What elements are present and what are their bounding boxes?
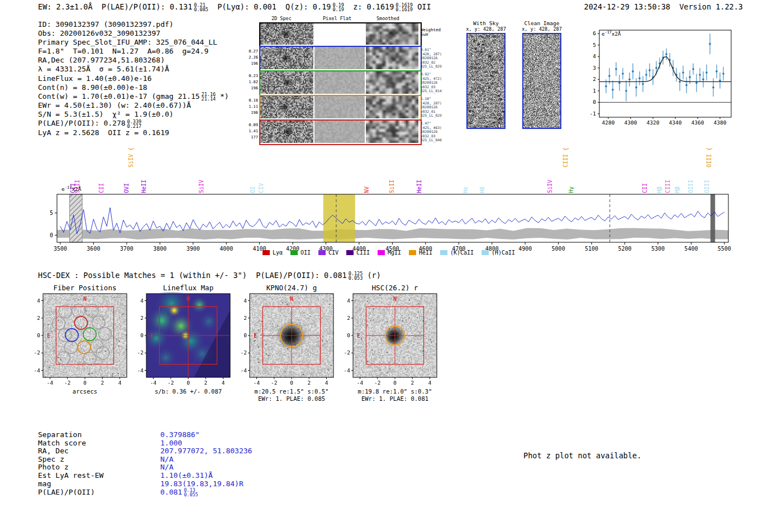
svg-text:4340: 4340 xyxy=(669,119,682,126)
smoothed-strip xyxy=(366,23,418,45)
fiber-id-annotation: 1.47"(425, 463)20200126v032_03325_LL_048 xyxy=(421,121,446,142)
detection-info-block: ID: 3090132397 (3090132397.pdf)Obs: 2020… xyxy=(38,20,229,137)
svg-text:HeII: HeII xyxy=(416,180,422,193)
cutout-panel-lineflux: Lineflux Maps/b: 0.36 +/- 0.087 xyxy=(131,284,235,415)
smoothed-strip xyxy=(366,71,418,94)
match-row-label: mag xyxy=(38,480,160,488)
line-fit-plot: -10123456428043004320434043604380e-17x2Å xyxy=(578,23,740,136)
summary-header: EW: 2.3±1.0Å P(LAE)/P(OII): 0.1310.210.0… xyxy=(38,2,431,12)
svg-text:CII: CII xyxy=(98,183,104,193)
svg-text:OII: OII xyxy=(301,250,311,256)
fiber-weight-values: 0.181.11196 xyxy=(246,98,258,116)
svg-text:5: 5 xyxy=(593,42,596,48)
with-sky-panel: With Sky x, y: 428, 287 xyxy=(464,20,508,129)
info-line: LyA z = 2.5628 OII z = 0.1619 xyxy=(38,128,229,137)
info-line: RA,Dec (207.977234,51.803268) xyxy=(38,56,229,65)
svg-text:3: 3 xyxy=(593,65,596,71)
with-sky-coords: x, y: 428, 287 xyxy=(464,26,508,32)
smoothed-col-title: Smoothed xyxy=(376,16,399,21)
cutout-sublabel-1: m:19.8 re:1.0" s:0.3" xyxy=(338,388,441,395)
info-line: S/N = 5.3(±1.5) χ² = 1.9(±0.0) xyxy=(38,110,229,119)
pixelflat-strip xyxy=(314,47,365,69)
fiber-id-annotation: 0.61"(428, 287)20200126v032_02325_LL_029 xyxy=(421,47,446,69)
svg-text:2: 2 xyxy=(593,76,596,82)
pixelflat-strip xyxy=(314,121,365,143)
svg-text:CIII: CIII xyxy=(665,180,671,193)
cutout-title: Lineflux Map xyxy=(131,284,235,292)
timestamp-version: 2024-12-29 13:50:38 Version 1.22.3 xyxy=(584,2,743,11)
svg-text:4360: 4360 xyxy=(692,119,704,126)
svg-text:3800: 3800 xyxy=(153,246,166,252)
svg-text:SiIV: SiIV xyxy=(547,180,553,193)
cutout-panels: Fiber PositionsarcsecsLineflux Maps/b: 0… xyxy=(28,284,452,415)
svg-text:OVI: OVI xyxy=(123,183,130,193)
info-line: Primary Spec_Slot_IFU_AMP: 325_076_044_L… xyxy=(38,38,229,47)
with-sky-title: With Sky xyxy=(464,20,508,26)
info-line: Obs: 20200126v032_3090132397 xyxy=(38,29,229,38)
info-line: F=1.8" T=0.101 N=1.27 A=0.86 g=24.9 xyxy=(38,47,229,56)
spec2d-strip xyxy=(260,23,313,45)
cutout-image xyxy=(338,292,441,388)
svg-text:(H)CaII: (H)CaII xyxy=(492,250,515,256)
svg-text:4280: 4280 xyxy=(602,119,615,126)
svg-text:SiIV {: SiIV { xyxy=(128,147,134,167)
svg-text:CIV: CIV xyxy=(328,250,338,256)
match-table-row: mag19.83(19.83,19.84)R xyxy=(38,480,252,488)
smoothed-strip xyxy=(366,96,418,118)
cutout-sublabel-1: arcsecs xyxy=(28,388,131,395)
match-row-value: 207.977072, 51.803236 xyxy=(160,447,252,455)
svg-text:SiII: SiII xyxy=(389,180,395,193)
svg-text:5000: 5000 xyxy=(552,246,565,252)
cutout-sublabel-2: EWr: 1. PLAE: 0.081 xyxy=(338,395,441,402)
svg-text:5: 5 xyxy=(50,210,53,216)
match-row-value: 1.000 xyxy=(160,439,182,447)
clean-image xyxy=(522,33,561,129)
match-row-value: 0.081 xyxy=(160,488,182,496)
cutout-title: HSC(26.2) r xyxy=(338,284,441,292)
match-row-value: N/A xyxy=(160,463,173,471)
svg-text:OIII: OIII xyxy=(688,180,694,193)
svg-text:HeII: HeII xyxy=(141,180,147,193)
match-row-label: Match score xyxy=(38,439,160,448)
match-row-label: Est LyA rest-EW xyxy=(38,472,160,480)
cutout-title: Fiber Positions xyxy=(28,284,131,292)
cutout-panel-fibers: Fiber Positionsarcsecs xyxy=(28,284,131,415)
svg-text:5300: 5300 xyxy=(651,246,665,252)
match-row-value: N/A xyxy=(160,455,173,463)
smoothed-strip xyxy=(366,47,418,69)
spec2d-panel: 2D Spec Pixel Flat Smoothed WeightedSum … xyxy=(246,16,447,147)
info-line: P(LAE)/P(OII): 0.2780.3390.217 xyxy=(38,119,229,128)
spec2d-strip xyxy=(260,47,313,69)
pixelflat-strip xyxy=(314,96,365,118)
svg-text:5500: 5500 xyxy=(718,246,731,252)
svg-text:MgII: MgII xyxy=(388,250,401,256)
svg-text:CIII {: CIII { xyxy=(562,147,569,167)
match-table-row: Spec zN/A xyxy=(38,456,252,464)
svg-text:CIII: CIII xyxy=(356,250,370,256)
svg-text:3600: 3600 xyxy=(87,246,100,252)
full-spectrum-plot: 3500360037003800390040004100420043004400… xyxy=(49,146,736,265)
info-line: EWr = 4.50(±1.30) (w: 2.40(±0.67))Å xyxy=(38,101,229,110)
svg-text:e-17x2Å: e-17x2Å xyxy=(602,30,621,37)
info-line: Cont(n) = 8.90(±0.00)e-18 xyxy=(38,83,229,92)
svg-text:5100: 5100 xyxy=(585,246,598,252)
match-row-label: Separation xyxy=(38,431,160,439)
spec2d-strip xyxy=(260,96,313,118)
svg-text:CII: CII xyxy=(642,183,648,193)
svg-text:1: 1 xyxy=(593,88,596,94)
match-row-label: P(LAE)/P(OII) xyxy=(38,488,160,497)
svg-text:(K)CaII: (K)CaII xyxy=(450,250,474,256)
match-row-label: Photo z xyxy=(38,463,160,472)
spec2d-strip xyxy=(260,121,313,143)
svg-text:Hε: Hε xyxy=(462,186,469,193)
svg-text:0: 0 xyxy=(50,232,53,238)
clean-image-title: Clean Image xyxy=(519,20,564,26)
match-row-value: 1.10(±0.31)Å xyxy=(160,471,213,480)
svg-text:5400: 5400 xyxy=(684,246,698,252)
hsc-match-header: HSC-DEX : Possible Matches = 1 (within +… xyxy=(38,271,381,280)
cutout-sublabel-1: m:20.5 re:1.5" s:0.5" xyxy=(235,388,338,395)
svg-text:OIII {: OIII { xyxy=(706,147,712,167)
match-row-label: RA, Dec xyxy=(38,447,160,456)
pixelflat-col-title: Pixel Flat xyxy=(323,16,351,21)
cutout-panel-image: HSC(26.2) rm:19.8 re:1.0" s:0.3"EWr: 1. … xyxy=(338,284,441,415)
